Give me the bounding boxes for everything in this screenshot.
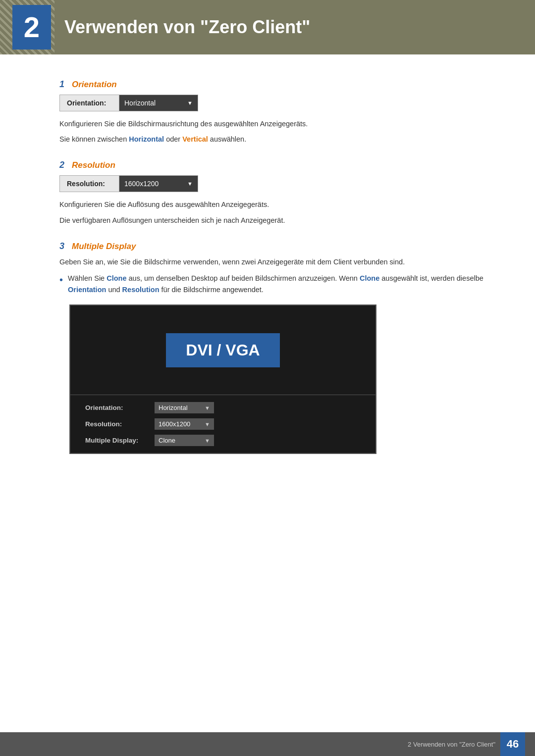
section-orientation: 1 Orientation Orientation: Horizontal ▼ … <box>59 79 495 145</box>
chapter-number-box: 2 <box>12 5 51 50</box>
monitor-screen: DVI / VGA <box>70 305 375 395</box>
monitor-multiple-display-dropdown[interactable]: Clone ▼ <box>155 435 214 446</box>
clone-highlight-1: Clone <box>107 274 126 282</box>
monitor-resolution-dropdown[interactable]: 1600x1200 ▼ <box>155 418 214 430</box>
section-3-number: 3 Multiple Display <box>59 241 495 252</box>
monitor-multiple-display-value: Clone <box>159 437 201 444</box>
monitor-orientation-arrow-icon: ▼ <box>205 405 210 411</box>
resolution-dropdown[interactable]: Resolution: 1600x1200 ▼ <box>59 175 198 192</box>
resolution-label: Resolution: <box>60 176 119 192</box>
orientation-ref-highlight: Orientation <box>68 286 106 294</box>
orientation-dropdown[interactable]: Orientation: Horizontal ▼ <box>59 95 198 111</box>
bullet-clone: • Wählen Sie Clone aus, um denselben Des… <box>59 273 495 296</box>
orientation-desc1: Konfigurieren Sie die Bildschirmausricht… <box>59 118 495 130</box>
footer-text: 2 Verwenden von "Zero Client" <box>408 741 495 748</box>
section-1-number: 1 Orientation <box>59 79 495 90</box>
chapter-number: 2 <box>24 13 40 42</box>
monitor-resolution-row: Resolution: 1600x1200 ▼ <box>85 418 361 430</box>
orientation-label: Orientation: <box>60 95 119 111</box>
clone-highlight-2: Clone <box>360 274 379 282</box>
section-2-number: 2 Resolution <box>59 160 495 170</box>
header-title: Verwenden von "Zero Client" <box>64 17 310 38</box>
resolution-value[interactable]: 1600x1200 ▼ <box>119 176 198 192</box>
bullet-list: • Wählen Sie Clone aus, um denselben Des… <box>59 273 495 296</box>
horizontal-highlight: Horizontal <box>129 135 164 143</box>
main-content: 1 Orientation Orientation: Horizontal ▼ … <box>0 54 535 508</box>
monitor-multiple-display-arrow-icon: ▼ <box>205 438 210 444</box>
orientation-value[interactable]: Horizontal ▼ <box>119 95 198 111</box>
monitor-resolution-arrow-icon: ▼ <box>205 421 210 427</box>
footer-page-number: 46 <box>500 732 525 756</box>
resolution-desc1: Konfigurieren Sie die Auflösung des ausg… <box>59 199 495 210</box>
monitor-multiple-display-label: Multiple Display: <box>85 437 155 444</box>
bullet-dot-icon: • <box>59 272 63 288</box>
orientation-arrow-icon: ▼ <box>187 100 193 106</box>
header-banner: 2 Verwenden von "Zero Client" <box>0 0 535 54</box>
monitor-orientation-dropdown[interactable]: Horizontal ▼ <box>155 402 214 413</box>
resolution-ref-highlight: Resolution <box>122 286 160 294</box>
bullet-text: Wählen Sie Clone aus, um denselben Deskt… <box>68 273 495 296</box>
multiple-display-desc: Geben Sie an, wie Sie die Bildschirme ve… <box>59 256 495 268</box>
section-multiple-display: 3 Multiple Display Geben Sie an, wie Sie… <box>59 241 495 454</box>
orientation-desc2: Sie können zwischen Horizontal oder Vert… <box>59 134 495 145</box>
resolution-arrow-icon: ▼ <box>187 181 193 187</box>
monitor-orientation-row: Orientation: Horizontal ▼ <box>85 402 361 413</box>
monitor-controls: Orientation: Horizontal ▼ Resolution: 16… <box>70 395 375 453</box>
monitor-multiple-display-row: Multiple Display: Clone ▼ <box>85 435 361 446</box>
section-1-heading: Orientation <box>72 80 117 89</box>
vertical-highlight: Vertical <box>182 135 208 143</box>
resolution-desc2: Die verfügbaren Auflösungen unterscheide… <box>59 215 495 226</box>
footer: 2 Verwenden von "Zero Client" 46 <box>0 732 535 756</box>
section-3-heading: Multiple Display <box>72 242 136 251</box>
dvi-vga-label: DVI / VGA <box>166 333 279 367</box>
monitor-diagram: DVI / VGA Orientation: Horizontal ▼ Reso… <box>69 304 376 454</box>
monitor-orientation-value: Horizontal <box>159 404 201 411</box>
monitor-resolution-value: 1600x1200 <box>159 420 201 428</box>
monitor-orientation-label: Orientation: <box>85 404 155 411</box>
monitor-resolution-label: Resolution: <box>85 420 155 428</box>
section-2-heading: Resolution <box>72 160 115 170</box>
section-resolution: 2 Resolution Resolution: 1600x1200 ▼ Kon… <box>59 160 495 226</box>
